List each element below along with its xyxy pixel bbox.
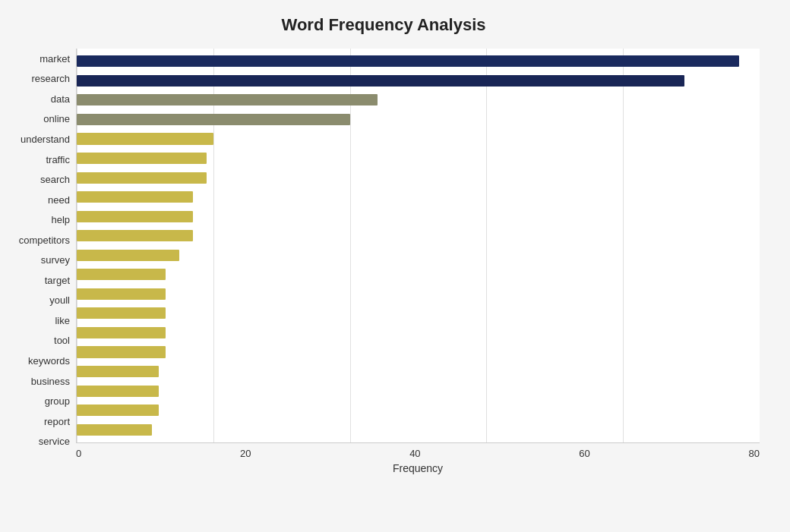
bar — [77, 211, 193, 222]
y-label: keywords — [28, 356, 70, 366]
bar-row — [77, 52, 760, 71]
y-label: survey — [41, 255, 70, 265]
y-axis-labels: marketresearchdataonlineunderstandtraffi… — [8, 49, 76, 474]
x-axis-label: 60 — [579, 448, 589, 459]
bar — [77, 366, 159, 377]
y-label: understand — [21, 134, 70, 144]
y-label: help — [51, 215, 70, 225]
bar-row — [77, 110, 760, 130]
chart-container: Word Frequency Analysis marketresearchda… — [0, 0, 790, 532]
bar-row — [77, 245, 760, 265]
y-label: online — [43, 114, 70, 124]
bar — [77, 114, 350, 125]
bars-wrapper — [77, 49, 760, 442]
bar — [77, 327, 166, 338]
y-label: data — [51, 94, 70, 104]
bar-row — [77, 420, 760, 439]
plot-area: 020406080 Frequency — [76, 49, 760, 474]
bar — [77, 405, 159, 416]
bar-row — [77, 149, 760, 168]
bar — [77, 269, 166, 280]
y-label: business — [31, 376, 70, 386]
bar — [77, 133, 213, 144]
bar — [77, 386, 159, 397]
y-label: like — [55, 316, 70, 326]
y-label: competitors — [19, 235, 70, 245]
y-label: youll — [49, 295, 70, 305]
bar — [77, 288, 166, 300]
y-label: traffic — [46, 155, 70, 165]
bar-row — [77, 285, 760, 304]
bar — [77, 55, 739, 67]
bar — [77, 191, 193, 203]
x-axis-title: Frequency — [76, 462, 760, 474]
bar — [77, 94, 378, 105]
bar-row — [77, 342, 760, 362]
bar-row — [77, 381, 760, 401]
bar-row — [77, 90, 760, 110]
bar — [77, 250, 179, 261]
x-axis-label: 0 — [76, 448, 81, 459]
bar-row — [77, 362, 760, 382]
bar-row — [77, 168, 760, 187]
bar-row — [77, 129, 760, 149]
y-label: search — [40, 175, 70, 184]
x-axis-label: 40 — [409, 448, 420, 459]
bar-row — [77, 226, 760, 246]
bar — [77, 307, 166, 319]
bar-row — [77, 71, 760, 91]
bar — [77, 75, 684, 87]
bar-row — [77, 401, 760, 420]
y-label: target — [45, 275, 70, 285]
y-label: service — [39, 436, 70, 446]
x-axis-label: 20 — [240, 448, 251, 459]
y-label: report — [44, 417, 70, 427]
chart-title: Word Frequency Analysis — [8, 15, 760, 35]
bar — [77, 230, 193, 241]
bars-area — [76, 49, 760, 443]
bar — [77, 153, 207, 164]
y-label: need — [48, 195, 70, 205]
bar — [77, 424, 152, 436]
bar-row — [77, 323, 760, 343]
y-label: research — [31, 74, 70, 83]
chart-area: marketresearchdataonlineunderstandtraffi… — [8, 49, 760, 474]
x-axis-label: 80 — [749, 448, 760, 459]
y-label: group — [45, 396, 70, 406]
bar — [77, 172, 207, 184]
x-axis-labels: 020406080 — [76, 443, 760, 459]
bar-row — [77, 265, 760, 285]
bar-row — [77, 304, 760, 323]
y-label: market — [40, 54, 70, 64]
bar-row — [77, 206, 760, 226]
bar — [77, 346, 166, 357]
y-label: tool — [54, 335, 70, 345]
bar-row — [77, 187, 760, 207]
